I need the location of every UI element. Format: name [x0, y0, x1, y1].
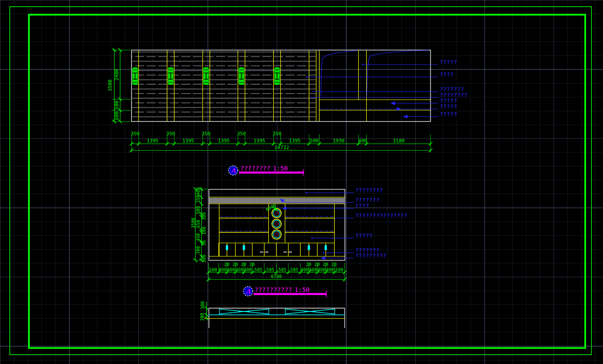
- dim-label: 400: [244, 267, 252, 272]
- view-title-scale: 1:50: [295, 286, 310, 293]
- handle-icon: [238, 68, 245, 85]
- dim-label: 450: [196, 233, 201, 241]
- elevation-width-dims: 350 350 350 350 350 1395 1395 1395 1395 …: [130, 131, 433, 153]
- dim-label: 350: [237, 131, 246, 137]
- dim-label: 20: [241, 262, 246, 267]
- section-title-b: A ?????????? 1:50: [243, 286, 327, 297]
- view-title: ????????: [240, 165, 270, 172]
- elevation-panel-hatch: [132, 51, 316, 121]
- dim-label: 350: [131, 131, 140, 137]
- curtain-curves: [321, 50, 429, 97]
- dim-label: 400: [358, 138, 367, 144]
- dim-label: 50: [202, 240, 206, 246]
- dim-label: 400: [326, 267, 334, 272]
- section-width-dims: 500 400 400 400 400 585 585 585 585 400 …: [207, 262, 347, 281]
- callout-label: ?????: [355, 232, 372, 239]
- dim-label: 500: [335, 267, 343, 272]
- dim-label: 400: [235, 267, 243, 272]
- dim-label: 3180: [393, 138, 405, 144]
- dim-label: 585: [266, 267, 274, 272]
- dim-label: 1395: [147, 138, 159, 144]
- callout-label: ????: [440, 71, 453, 78]
- drawing-canvas: ????? ???? ??????? ???????? ????? ????? …: [0, 0, 603, 364]
- dim-label: 400: [227, 267, 235, 272]
- handle-icon: [202, 68, 210, 85]
- callout-label: ???????????????: [355, 212, 407, 219]
- radius-annotation: R200: [265, 203, 278, 212]
- section-view: R200 ???????? ??????? ????: [191, 187, 407, 281]
- dim-label: 1395: [218, 138, 230, 144]
- dim-label: 100: [202, 212, 206, 220]
- dim-label: 350: [166, 131, 175, 137]
- dim-label: 400: [317, 267, 325, 272]
- dim-label: 350: [273, 131, 282, 137]
- handle-icon: [167, 68, 174, 85]
- callout-label: ????: [355, 202, 369, 209]
- elevation-view: ????? ???? ??????? ???????? ????? ????? …: [107, 49, 468, 153]
- dim-label: 20: [323, 262, 328, 267]
- dim-label: 500: [196, 206, 201, 214]
- dim-label: 400: [219, 267, 227, 272]
- sink-holes: [272, 209, 281, 239]
- cad-viewport[interactable]: ????? ???? ??????? ???????? ????? ????? …: [0, 0, 603, 364]
- radius-label: R200: [265, 203, 277, 212]
- dim-label: 400: [196, 187, 201, 195]
- dim-label: 600: [114, 111, 120, 120]
- dim-label: 20: [249, 262, 255, 267]
- section-callouts: ???????? ??????? ???? ??????????????? ??…: [355, 187, 407, 259]
- dim-label-total: 14732: [274, 145, 289, 150]
- plan-view: 300 200: [200, 301, 345, 328]
- dim-label: 650: [196, 220, 201, 228]
- dim-label: 585: [290, 267, 298, 272]
- dim-label: 20: [232, 262, 238, 267]
- callout-label: ?????????: [355, 252, 386, 259]
- section-title-a: A ???????? 1:50: [229, 165, 304, 176]
- section-marker-letter: A: [245, 288, 251, 295]
- handle-icon: [132, 68, 139, 85]
- dim-label: 500: [209, 267, 217, 272]
- dim-label: 1930: [333, 138, 345, 144]
- dim-label: 350: [202, 131, 210, 137]
- dim-label: 400: [300, 267, 308, 272]
- view-title-scale: 1:50: [273, 165, 288, 172]
- dim-label: 500: [310, 138, 319, 144]
- elevation-callouts: ????? ???? ??????? ???????? ????? ????? …: [440, 59, 468, 117]
- dim-label: 20: [224, 262, 229, 267]
- dim-label-total: 6700: [271, 274, 282, 279]
- cross-brace-left: [219, 309, 269, 315]
- plan-dims: 300 200: [200, 301, 208, 321]
- callout-label: ?????: [440, 103, 457, 110]
- title-underline: [254, 293, 327, 295]
- handle-icon: [274, 68, 281, 85]
- dim-label: 1395: [289, 138, 301, 144]
- callout-label: ?????: [440, 111, 457, 117]
- dim-label: 1395: [182, 138, 194, 144]
- section-marker-letter: A: [231, 167, 236, 174]
- dim-label: 200: [200, 313, 205, 321]
- dim-label: 700: [196, 246, 201, 254]
- dim-label: 400: [309, 267, 317, 272]
- dim-label: 585: [278, 267, 286, 272]
- elevation-leaders: [306, 64, 438, 117]
- title-underline: [239, 172, 304, 174]
- view-title: ??????????: [255, 286, 292, 293]
- elevation-height-dims: 3500 2400 500 600: [107, 49, 130, 124]
- callout-label: ????????: [355, 187, 383, 194]
- dim-label: 1395: [254, 138, 266, 144]
- dim-label: 300: [200, 301, 205, 309]
- dim-label: 3500: [191, 218, 196, 228]
- dim-label: 3500: [107, 80, 113, 92]
- callout-label: ?????: [440, 59, 457, 65]
- dim-label: 100: [202, 255, 206, 263]
- dim-label: 585: [254, 267, 262, 272]
- dim-label: 2400: [114, 69, 120, 81]
- dim-label: 350: [196, 195, 201, 203]
- dim-label: 20: [314, 262, 320, 267]
- dim-label: 500: [114, 101, 120, 109]
- dim-label: 20: [306, 262, 311, 267]
- dim-label: 20: [331, 262, 336, 267]
- dim-label: 100: [202, 226, 206, 235]
- cross-brace-right: [285, 309, 335, 315]
- section-height-dims: 3500 400 350 500 650 450 700 100 100 50 …: [191, 187, 208, 263]
